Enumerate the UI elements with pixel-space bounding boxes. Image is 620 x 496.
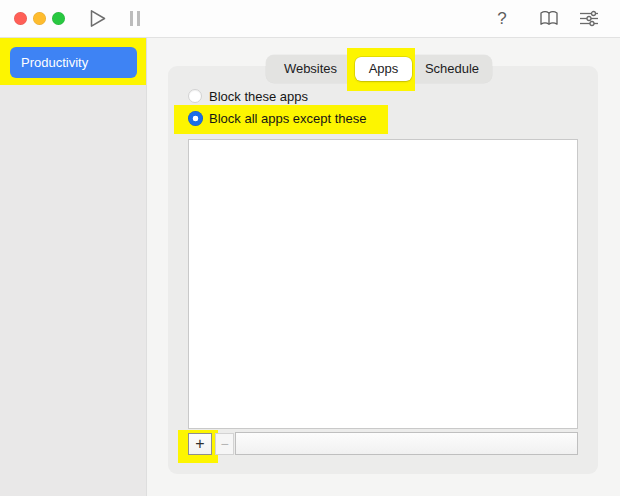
tab-bar: Websites Apps Schedule	[266, 55, 492, 83]
tab-websites[interactable]: Websites	[266, 57, 355, 81]
library-button[interactable]	[539, 9, 559, 28]
minimize-window-button[interactable]	[33, 12, 46, 25]
remove-app-button[interactable]: −	[215, 433, 234, 455]
radio-block-all-apps-except[interactable]	[188, 111, 203, 126]
app-window: ? + −	[0, 0, 620, 496]
pause-button[interactable]	[129, 11, 142, 26]
tab-apps[interactable]: Apps	[355, 57, 412, 81]
profiles-sidebar: + − ?	[0, 38, 147, 496]
toolbar-help-button[interactable]: ?	[493, 7, 511, 31]
radio-block-these-apps[interactable]	[188, 89, 202, 103]
window-toolbar: ?	[0, 0, 620, 38]
sidebar-item-productivity[interactable]: Productivity	[10, 47, 137, 78]
open-book-icon	[539, 9, 559, 28]
close-window-button[interactable]	[14, 12, 27, 25]
pause-icon	[130, 11, 133, 26]
list-footer-bar	[235, 432, 578, 455]
radio-block-these-apps-label[interactable]: Block these apps	[209, 89, 308, 104]
add-app-button[interactable]: +	[188, 433, 212, 455]
zoom-window-button[interactable]	[52, 12, 65, 25]
start-focus-button[interactable]	[87, 8, 109, 29]
filters-button[interactable]	[578, 9, 600, 28]
radio-block-all-apps-except-label[interactable]: Block all apps except these	[209, 111, 367, 126]
app-exception-list[interactable]	[188, 139, 578, 429]
play-icon	[87, 8, 109, 29]
sliders-icon	[578, 9, 600, 28]
tab-schedule[interactable]: Schedule	[412, 57, 492, 81]
